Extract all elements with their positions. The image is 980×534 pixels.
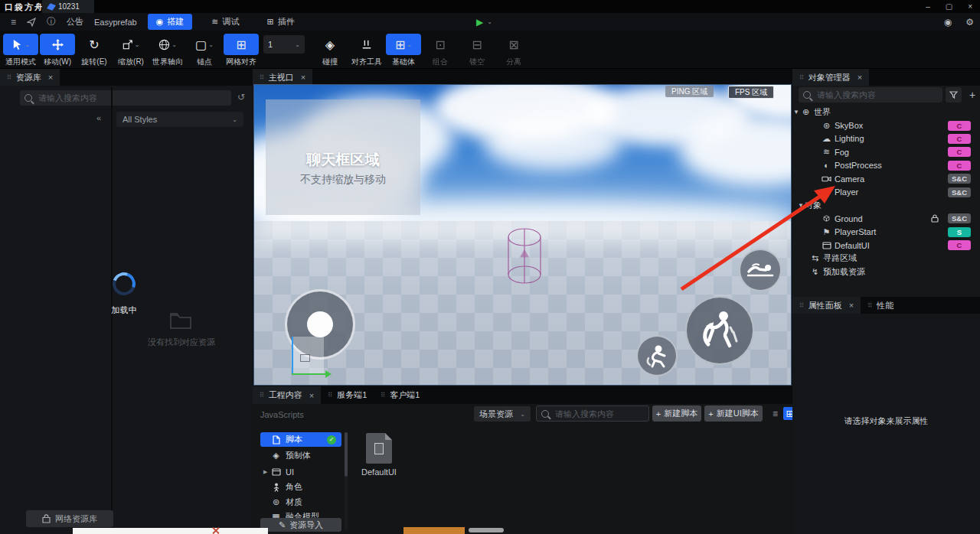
jump-button[interactable] [685,296,754,365]
tree-item-playerstart[interactable]: ⚑ PlayerStart S [792,226,980,239]
category-prefabs[interactable]: ◈ 预制体 [260,448,341,463]
object-search-input[interactable] [815,90,938,100]
tool-hollow[interactable]: ⊟ 镂空 [459,34,495,67]
server-client-badge: S&C [948,174,971,184]
easyprefab-menu[interactable]: Easyprefab [94,18,137,27]
scene-view[interactable]: PING 区域 FPS 区域 聊天框区域 不支持缩放与移动 [254,85,791,385]
category-ui[interactable]: ▶ UI [260,464,341,479]
close-icon[interactable]: × [309,391,314,400]
close-icon[interactable]: × [858,73,862,82]
tool-align[interactable]: 对齐工具 [349,34,384,67]
joystick-thumb[interactable] [307,311,333,337]
minimize-button[interactable]: – [926,2,930,11]
search-reset-icon[interactable]: ↺ [237,92,245,103]
category-character[interactable]: 角色 [260,480,341,494]
tree-item-pathfinding[interactable]: ⇆ 寻路区域 [792,252,980,265]
tab-build[interactable]: ◉ 搭建 [148,14,193,30]
add-object-button[interactable]: + [965,87,979,103]
tree-item-camera[interactable]: Camera S&C [792,172,980,185]
tree-item-skybox[interactable]: ⊛ SkyBox C [792,119,980,132]
jump-icon [698,309,741,352]
crouch-button[interactable] [636,335,678,376]
tree-item-player[interactable]: Player S&C [792,185,980,198]
chat-area-widget[interactable]: 聊天框区域 不支持缩放与移动 [266,99,420,215]
tab-resource-library[interactable]: ⠿ 资源库 × [0,69,60,86]
tool-rotate[interactable]: ↻ 旋转(E) [77,34,112,67]
tool-anchor[interactable]: ▢⌄ 锚点 [187,34,222,67]
tool-separate[interactable]: ⊠ 分离 [496,34,531,67]
tree-item-defaultui[interactable]: DefaultUI C [792,239,980,252]
tab-object-manager[interactable]: ⠿ 对象管理器 × [792,69,869,86]
collapse-arrow-icon[interactable]: ▼ [792,109,800,116]
tool-scale[interactable]: ⌄ 缩放(R) [113,34,149,67]
publish-icon[interactable] [27,18,36,27]
tab-performance[interactable]: ⠿ 性能 [861,297,900,314]
expand-arrow-icon[interactable]: ▶ [263,469,267,475]
properties-empty-hint: 请选择对象来展示属性 [792,415,980,427]
settings-gear-icon[interactable]: ⚙ [965,17,974,28]
tool-move[interactable]: 移动(W) [40,34,75,67]
grid-size-dropdown[interactable]: 1 ⌄ [263,35,305,54]
tool-select-mode[interactable]: ⌄ 通用模式 [3,34,38,67]
tab-main-viewport[interactable]: ⠿ 主视口 × [253,69,312,86]
close-icon[interactable]: × [48,73,53,82]
announcement-menu[interactable]: 公告 [67,16,83,28]
tool-grid-snap[interactable]: ⊞ 网格对齐 [224,34,259,67]
list-view-toggle[interactable]: ≡ [769,407,782,420]
tree-item-postprocess[interactable]: ◐ PostProcess C [792,159,980,172]
help-icon[interactable]: ⓘ [47,15,56,28]
close-icon[interactable]: × [301,73,305,82]
group-icon: ⊡ [435,37,445,52]
tab-project-content[interactable]: ⠿ 工程内容 × [253,386,321,404]
search-icon [541,410,549,418]
category-scripts[interactable]: 脚本 ✓ [260,432,341,447]
lock-icon[interactable] [931,214,939,223]
new-ui-script-button[interactable]: + 新建UI脚本 [704,405,763,422]
project-tab[interactable]: 10231 [42,0,94,13]
network-library-button[interactable]: 网络资源库 [26,510,113,527]
gizmo-x-arrowhead [325,370,332,378]
tree-item-ground[interactable]: Ground S&C [792,212,980,225]
new-script-button[interactable]: + 新建脚本 [652,405,701,422]
sidebar-scrollbar[interactable] [345,432,348,530]
swim-button[interactable] [739,249,782,291]
tab-properties[interactable]: ⠿ 属性面板 × [792,297,861,314]
tab-client1[interactable]: ⠿ 客户端1 [374,386,426,404]
file-defaultui[interactable] [366,433,392,464]
tool-group[interactable]: ⊡ 组合 [423,34,458,67]
tool-world-axis[interactable]: ⌄ 世界轴向 [150,34,185,67]
player-capsule-wireframe[interactable] [494,224,555,295]
content-search-input[interactable] [554,409,644,419]
chevron-down-icon: ⌄ [407,41,412,48]
tab-debug[interactable]: ≋ 调试 [203,14,247,30]
import-resource-button[interactable]: ✎ 资源导入 [260,518,341,532]
hamburger-menu-icon[interactable]: ≡ [11,17,16,28]
tab-plugin[interactable]: ⊞ 插件 [259,14,303,30]
tree-item-preload[interactable]: ↯ 预加载资源 [792,265,980,278]
play-button[interactable]: ▶ [476,17,483,28]
filter-button[interactable] [946,87,962,103]
background-window-mark [211,527,220,534]
tree-item-objects-group[interactable]: ▼ 对象 [792,199,980,212]
gizmo-y-axis[interactable] [292,337,293,375]
tree-item-fog[interactable]: ≋ Fog C [792,145,980,158]
collapse-arrow-icon[interactable]: ▼ [797,202,805,209]
maximize-button[interactable]: ▢ [946,2,952,11]
tree-item-lighting[interactable]: ☁ Lighting C [792,132,980,145]
tool-primitives[interactable]: ⊞⌄ 基础体 [386,34,421,67]
eye-icon[interactable]: ◉ [944,17,952,28]
collapse-icon[interactable]: « [96,113,101,122]
build-icon: ◉ [156,17,164,27]
style-filter-dropdown[interactable]: All Styles ⌄ [116,112,243,127]
scene-resource-dropdown[interactable]: 场景资源 ⌄ [474,406,531,422]
close-button[interactable]: × [968,2,972,11]
category-material[interactable]: ⊚ 材质 [260,495,341,510]
tab-server1[interactable]: ⠿ 服务端1 [321,386,374,404]
play-dropdown-chevron[interactable]: ⌄ [487,18,492,25]
search-icon [803,91,811,99]
gizmo-x-axis[interactable] [292,373,327,375]
close-icon[interactable]: × [849,301,854,310]
tool-collision[interactable]: ◈ 碰撞 [312,34,348,67]
tree-item-world[interactable]: ▼ ⊕ 世界 [792,106,980,119]
resource-search-input[interactable] [37,93,227,103]
